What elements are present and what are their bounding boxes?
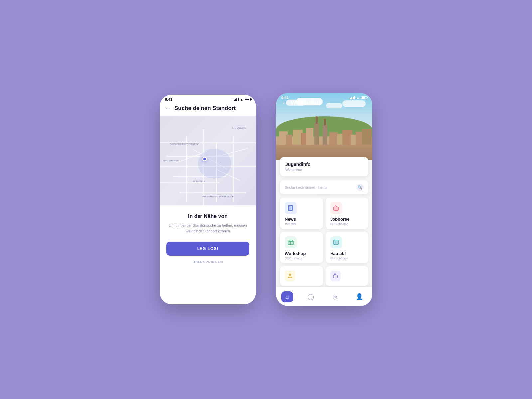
phone-left: 9:41 ▲ ← Suche deinen Standort xyxy=(160,95,256,304)
nav-location[interactable]: ◎ xyxy=(328,291,341,302)
jobs-title: Jobbörse xyxy=(330,217,364,222)
luggage-icon xyxy=(333,273,338,279)
partial-grid xyxy=(276,263,372,286)
workshop-icon-wrap xyxy=(285,236,297,248)
right-page-title: Winterthur xyxy=(291,100,321,107)
map-label-fotomuseum: Fotomuseum Winterthur ● xyxy=(203,195,234,198)
search-icon: 🔍 xyxy=(356,184,364,191)
profile-nav-icon: 👤 xyxy=(356,293,363,300)
road-v4 xyxy=(233,136,234,202)
battery-icon-right xyxy=(361,96,367,99)
phone-right: 9:41 ▲ ← Winterthur Jugendinfo Winterthu… xyxy=(276,93,372,306)
back-button-right[interactable]: ← xyxy=(281,100,287,107)
info-card: Jugendinfo Winterthur xyxy=(280,157,368,176)
buildings xyxy=(276,126,372,146)
workshop-title: Workshop xyxy=(285,251,318,256)
category-grid: News 10 news Jobbörse 80+ Jobbörse xyxy=(276,198,372,263)
left-header: ← Suche deinen Standort xyxy=(160,103,256,116)
news-icon xyxy=(288,205,294,211)
search-nav-icon: ◯ xyxy=(307,293,314,300)
jobs-icon-wrap xyxy=(330,202,342,214)
location-description: Um dir bei der Standortsuche zu helfen, … xyxy=(166,223,249,234)
map-area: LINDBERG Kantonsspital Winterthur NEUWIE… xyxy=(160,116,256,205)
svg-point-14 xyxy=(289,277,290,277)
card-title: Jugendinfo xyxy=(285,162,363,167)
workshop-subtitle: 5000+ shops xyxy=(285,257,318,260)
svg-rect-5 xyxy=(334,207,338,210)
search-bar[interactable]: Suche nach einem Thema 🔍 xyxy=(280,180,368,194)
road-h5 xyxy=(160,182,219,183)
battery-icon xyxy=(245,98,251,101)
map-label-hospital: Kantonsspital Winterthur xyxy=(170,142,199,145)
workshop-icon xyxy=(288,239,294,245)
home-icon: ⌂ xyxy=(285,293,289,300)
wifi-icon-right: ▲ xyxy=(356,96,360,100)
location-dot xyxy=(202,157,207,161)
wifi-icon: ▲ xyxy=(240,98,243,101)
road-h6 xyxy=(180,192,246,193)
location-nav-icon: ◎ xyxy=(332,293,337,300)
time-right: 9:41 xyxy=(281,96,289,100)
grid-item-news[interactable]: News 10 news xyxy=(280,198,323,229)
grid-item-workshop[interactable]: Workshop 5000+ shops xyxy=(280,232,323,263)
time-left: 9:41 xyxy=(165,97,172,101)
status-icons-right: ▲ xyxy=(350,96,367,100)
location-title: In der Nähe von xyxy=(188,213,228,219)
signal-icon-right xyxy=(350,96,355,99)
search-placeholder: Suche nach einem Thema xyxy=(285,185,327,189)
grid-item-jobs[interactable]: Jobbörse 80+ Jobbörse xyxy=(326,198,368,229)
map-label-lindberg: LINDBERG xyxy=(232,126,246,129)
road-v1 xyxy=(186,136,187,202)
nav-home[interactable]: ⌂ xyxy=(281,291,293,302)
partial-icon-1 xyxy=(285,271,295,281)
right-header: ← Winterthur xyxy=(276,100,372,107)
status-bar-left: 9:41 ▲ xyxy=(160,95,256,103)
svg-rect-15 xyxy=(333,275,337,278)
jobs-icon xyxy=(333,205,339,211)
nav-profile[interactable]: 👤 xyxy=(352,291,367,302)
partial-item-2[interactable] xyxy=(326,266,368,286)
hero-image: 9:41 ▲ ← Winterthur xyxy=(276,93,372,160)
news-title: News xyxy=(285,217,318,222)
nav-search[interactable]: ◯ xyxy=(303,291,318,302)
hauab-icon: i xyxy=(333,239,339,245)
map-highlight xyxy=(198,149,231,179)
back-button-left[interactable]: ← xyxy=(165,105,171,112)
jobs-subtitle: 80+ Jobbörse xyxy=(330,222,364,226)
hauab-title: Hau ab! xyxy=(330,251,364,256)
map-label-neuwiesen: NEUWIESEN xyxy=(163,159,179,162)
partial-icon-2 xyxy=(330,271,341,281)
bottom-navigation: ⌂ ◯ ◎ 👤 xyxy=(276,287,372,306)
svg-text:i: i xyxy=(335,241,336,244)
status-icons-left: ▲ xyxy=(234,98,251,101)
partial-item-1[interactable] xyxy=(280,266,323,286)
grid-item-hauab[interactable]: i Hau ab! 80+ Jobbörse xyxy=(326,232,368,263)
left-page-title: Suche deinen Standort xyxy=(174,105,236,112)
news-subtitle: 10 news xyxy=(285,222,318,226)
flask-icon xyxy=(287,273,293,279)
left-content: In der Nähe von Um dir bei der Standorts… xyxy=(160,205,256,269)
hauab-icon-wrap: i xyxy=(330,236,342,248)
hauab-subtitle: 80+ Jobbörse xyxy=(330,257,364,260)
skip-button[interactable]: ÜBERSPRINGEN xyxy=(193,260,223,264)
signal-icon xyxy=(234,98,239,101)
leg-los-button[interactable]: LEG LOS! xyxy=(166,242,249,256)
news-icon-wrap xyxy=(285,202,297,214)
card-subtitle: Winterthur xyxy=(285,168,363,172)
map-label-city: Winterthur xyxy=(193,180,205,183)
